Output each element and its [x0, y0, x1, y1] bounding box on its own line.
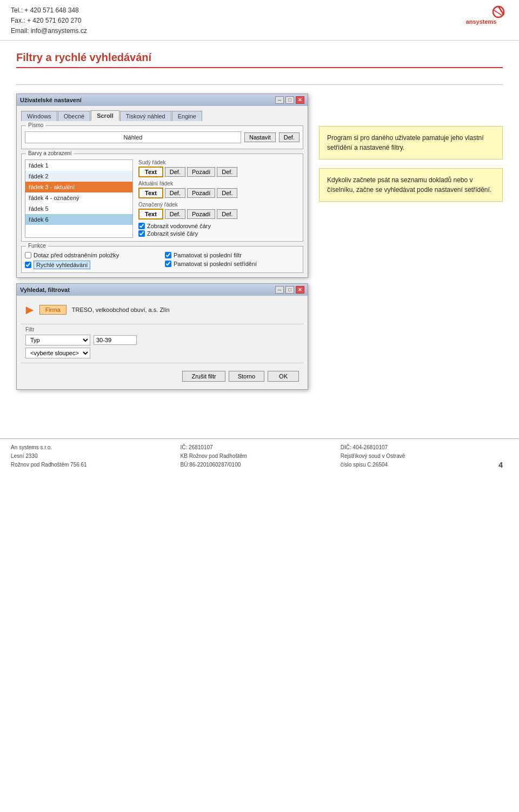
filtr-section: Filtr Typ <vyberte sloupec> [21, 324, 303, 363]
footer-account: BÚ:86-2201060287/0100 [181, 461, 247, 469]
funkce-section: Funkce Dotaz před odstraněním položky Ry… [21, 246, 303, 273]
checkbox-pamatovat1-input[interactable] [165, 252, 171, 258]
checkbox-dotaz-input[interactable] [25, 252, 31, 258]
footer-col-1: An systems s.r.o. Lesní 2330 Rožnov pod … [11, 443, 87, 469]
tab-obecne[interactable]: Obecné [58, 111, 91, 121]
row-item-4[interactable]: řádek 4 - označený [25, 192, 132, 203]
checkbox-pamatovat2-input[interactable] [165, 261, 171, 267]
zrusit-button[interactable]: Zrušit filtr [182, 371, 225, 382]
nastavit-button[interactable]: Nastavit [244, 132, 276, 142]
footer-bank: KB Rožnov pod Radhoštěm [181, 452, 247, 461]
footer-ic: IČ: 26810107 [181, 443, 247, 452]
ok-button[interactable]: OK [268, 371, 299, 382]
dialog2-body: ► Firma TRESO, velkoobchod obuví, a.s. Z… [17, 296, 308, 389]
sudy-btns: Text Def. Pozadí Def. [138, 167, 300, 177]
checkbox-vodorovne-input[interactable] [138, 223, 145, 229]
footer-address1: Lesní 2330 [11, 452, 87, 461]
footer-col-2: IČ: 26810107 KB Rožnov pod Radhoštěm BÚ:… [181, 443, 247, 469]
aktualni-def-button[interactable]: Def. [165, 188, 185, 198]
dialog-container: Uživatelské nastavení ─ □ ✕ Windows Obec… [16, 94, 308, 390]
checkbox-vodorovne: Zobrazit vodorovné čáry [138, 223, 300, 229]
funkce-col-left: Dotaz před odstraněním položky Rychlé vy… [25, 252, 159, 270]
checkbox-dotaz-label: Dotaz před odstraněním položky [34, 252, 119, 258]
oznaceny-def-button[interactable]: Def. [165, 209, 185, 219]
storno-button[interactable]: Storno [229, 371, 264, 382]
barvy-content: řádek 1 řádek 2 řádek 3 - aktuální řádek… [25, 159, 300, 238]
checkbox-pamatovat2-label: Pamatovat si poslední setřídění [174, 261, 257, 267]
row-item-6[interactable]: řádek 6 [25, 214, 132, 225]
def-button-pismo[interactable]: Def. [279, 132, 300, 142]
sudy-def-button[interactable]: Def. [165, 167, 185, 177]
firma-label: Firma [39, 305, 66, 315]
pismo-content: Náhled Nastavit Def. [25, 131, 300, 143]
minimize-button[interactable]: ─ [275, 96, 284, 104]
sudy-text-button[interactable]: Text [138, 167, 163, 177]
filtr-row-sloupec: <vyberte sloupec> [25, 348, 299, 358]
search-filter-dialog: Vyhledat, filtrovat ─ □ ✕ ► Firma TRESO,… [16, 283, 308, 390]
row-settings: Sudý řádek Text Def. Pozadí Def. [138, 159, 300, 238]
user-settings-dialog: Uživatelské nastavení ─ □ ✕ Windows Obec… [16, 94, 308, 278]
funkce-label: Funkce [26, 243, 48, 249]
email-line: Email: info@ansystems.cz [11, 26, 87, 36]
checkbox-pamatovat1-label: Pamatovat si poslední filtr [174, 252, 242, 258]
pismo-group: Písmo Náhled Nastavit Def. [21, 125, 303, 149]
sudy-def2-button[interactable]: Def. [217, 167, 237, 177]
callout-text-1: Program si pro daného uživatele pamatuje… [327, 134, 484, 151]
dialog2-maximize-button[interactable]: □ [285, 286, 294, 294]
typ-dropdown[interactable]: Typ [25, 335, 90, 345]
svg-text:ansystems: ansystems [466, 18, 497, 25]
row-item-5[interactable]: řádek 5 [25, 203, 132, 214]
tab-tiskovy[interactable]: Tiskový náhled [120, 111, 171, 121]
tab-scroll[interactable]: Scroll [91, 110, 119, 121]
dialog2-close-button[interactable]: ✕ [296, 286, 304, 294]
checkbox-svisle-input[interactable] [138, 230, 145, 237]
fax-line: Fax.: + 420 571 620 270 [11, 16, 87, 26]
title-divider [16, 84, 503, 85]
checkbox-pamatovat1: Pamatovat si poslední filtr [165, 252, 300, 258]
oznaceny-pozadi-button[interactable]: Pozadí [187, 209, 215, 219]
filtr-label: Filtr [25, 327, 299, 332]
dialog2-minimize-button[interactable]: ─ [275, 286, 284, 294]
oznaceny-def2-button[interactable]: Def. [217, 209, 237, 219]
checkbox-vodorovne-label: Zobrazit vodorovné čáry [147, 223, 211, 229]
callout-text-2: Kdykoliv začnete psát na seznamu dokladů… [327, 176, 491, 194]
dialog2-titlebar-buttons: ─ □ ✕ [275, 286, 304, 294]
arrow-icon: ► [23, 302, 36, 317]
filtr-row-typ: Typ [25, 335, 299, 345]
footer-col-3: DIČ: 404-26810107 Rejstříkový soud v Ost… [341, 443, 405, 469]
oznaceny-text-button[interactable]: Text [138, 209, 163, 219]
sudy-pozadi-button[interactable]: Pozadí [187, 167, 215, 177]
footer-address2: Rožnov pod Radhoštěm 756 61 [11, 461, 87, 469]
tab-windows[interactable]: Windows [21, 111, 57, 121]
row-item-1[interactable]: řádek 1 [25, 160, 132, 171]
funkce-col-right: Pamatovat si poslední filtr Pamatovat si… [165, 252, 300, 270]
aktualni-text-button[interactable]: Text [138, 188, 163, 198]
footer-company: An systems s.r.o. [11, 443, 87, 452]
tab-engine[interactable]: Engine [172, 111, 202, 121]
typ-value-input[interactable] [94, 335, 137, 345]
contact-info: Tel.: + 420 571 648 348 Fax.: + 420 571 … [11, 5, 87, 37]
oznaceny-group: Označený řádek Text Def. Pozadí Def. [138, 202, 300, 219]
aktualni-label: Aktuální řádek [138, 181, 300, 187]
checkbox-svisle-label: Zobrazit svislé čáry [147, 230, 198, 237]
aktualni-pozadi-button[interactable]: Pozadí [187, 188, 215, 198]
pismo-label: Písmo [26, 122, 45, 128]
tel-line: Tel.: + 420 571 648 348 [11, 5, 87, 16]
checkbox-pamatovat2: Pamatovat si poslední setřídění [165, 261, 300, 267]
oznaceny-btns: Text Def. Pozadí Def. [138, 209, 300, 219]
checkbox-rychle-input[interactable] [25, 262, 31, 268]
close-button[interactable]: ✕ [296, 96, 304, 104]
maximize-button[interactable]: □ [285, 96, 294, 104]
footer-spis: číslo spisu C.26504 [341, 461, 405, 469]
row-item-2[interactable]: řádek 2 [25, 171, 132, 182]
nahled-display: Náhled [25, 131, 241, 143]
checkbox-svisle: Zobrazit svislé čáry [138, 230, 300, 237]
funkce-content: Dotaz před odstraněním položky Rychlé vy… [25, 252, 300, 270]
page-footer: An systems s.r.o. Lesní 2330 Rožnov pod … [0, 438, 519, 474]
dialog1-title: Uživatelské nastavení [20, 97, 82, 103]
callout-box-1: Program si pro daného uživatele pamatuje… [319, 126, 503, 159]
dialog1-tabs: Windows Obecné Scroll Tiskový náhled Eng… [21, 110, 303, 121]
row-item-3[interactable]: řádek 3 - aktuální [25, 182, 132, 192]
aktualni-def2-button[interactable]: Def. [217, 188, 237, 198]
sloupec-dropdown[interactable]: <vyberte sloupec> [25, 348, 90, 358]
